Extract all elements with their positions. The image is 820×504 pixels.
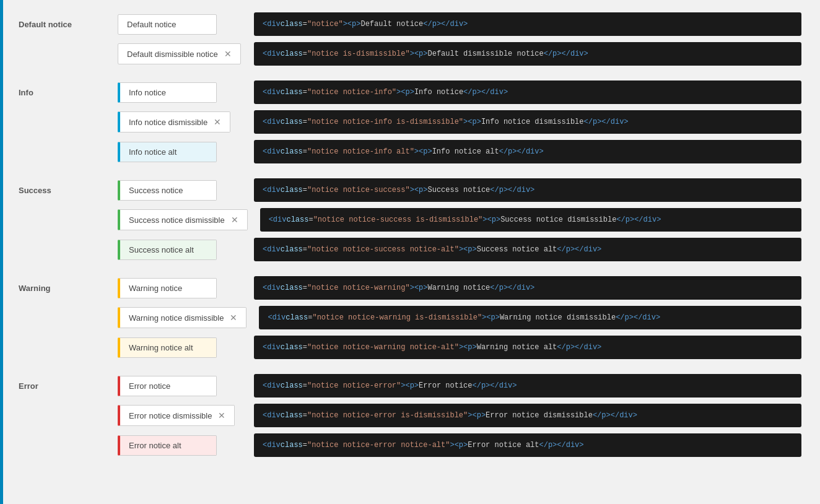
code-block-default: <div class="notice"><p>Default notice</p… [254, 12, 801, 36]
notice-text-success-dismissible: Success notice dismissible [129, 215, 225, 225]
code-block-error-dismissible: <div class="notice notice-error is-dismi… [254, 404, 801, 427]
section-label-success: Success [19, 186, 118, 195]
notice-box-warning: Warning notice [118, 278, 217, 298]
notice-text-error-dismissible: Error notice dismissible [129, 411, 212, 420]
notice-preview-success: Success notice [118, 180, 242, 201]
notice-text-default: Default notice [127, 20, 177, 29]
notice-box-warning-dismissible: Warning notice dismissible ✕ [118, 307, 246, 328]
notice-box-error-alt: Error notice alt [118, 435, 217, 456]
left-accent-bar [0, 0, 3, 476]
notice-row-success-dismissible: Success notice dismissible ✕ <div class=… [19, 208, 801, 232]
code-block-default-dismissible: <div class="notice is-dismissible"><p>De… [254, 42, 801, 66]
section-label-info: Info [19, 88, 118, 97]
notice-preview-default-dismissible: Default dismissible notice ✕ [118, 43, 242, 64]
notice-preview-info-dismissible: Info notice dismissible ✕ [118, 111, 242, 133]
notice-preview-success-alt: Success notice alt [118, 240, 242, 260]
dismiss-button-warning-dismissible[interactable]: ✕ [230, 313, 237, 323]
dismiss-button-success-dismissible[interactable]: ✕ [231, 215, 238, 225]
notice-text-info-alt: Info notice alt [129, 147, 177, 157]
code-block-info-dismissible: <div class="notice notice-info is-dismis… [254, 110, 801, 134]
notice-text-error-alt: Error notice alt [129, 441, 181, 450]
dismiss-button-error-dismissible[interactable]: ✕ [218, 411, 225, 420]
code-block-success-alt: <div class="notice notice-success notice… [254, 238, 801, 261]
notice-box-success: Success notice [118, 180, 217, 201]
section-spacer-1 [19, 170, 801, 178]
notice-text-error: Error notice [129, 381, 170, 391]
notice-box-info-dismissible: Info notice dismissible ✕ [118, 111, 230, 133]
notice-preview-error-alt: Error notice alt [118, 435, 242, 456]
notice-text-warning-dismissible: Warning notice dismissible [129, 313, 224, 323]
section-spacer-2 [19, 267, 801, 276]
notice-row-warning: Warning Warning notice <div class="notic… [19, 276, 801, 300]
section-spacer-3 [19, 365, 801, 374]
notice-preview-info: Info notice [118, 82, 242, 103]
code-block-info-alt: <div class="notice notice-info alt"><p>I… [254, 140, 801, 163]
code-block-warning-alt: <div class="notice notice-warning notice… [254, 336, 801, 359]
notice-box-success-dismissible: Success notice dismissible ✕ [118, 209, 248, 230]
notices-content: Default notice Default notice <div class… [19, 12, 801, 457]
notice-box-default: Default notice [118, 14, 217, 35]
notice-box-default-dismissible: Default dismissible notice ✕ [118, 43, 241, 64]
notice-row-success-alt: Success notice alt <div class="notice no… [19, 238, 801, 261]
section-label-default-notice: Default notice [19, 20, 118, 29]
notice-preview-success-dismissible: Success notice dismissible ✕ [118, 209, 248, 230]
notice-preview-error: Error notice [118, 376, 242, 396]
section-label-warning: Warning [19, 284, 118, 293]
notice-text-warning: Warning notice [129, 284, 182, 293]
notice-preview-info-alt: Info notice alt [118, 142, 242, 162]
page-container: Default notice Default notice <div class… [0, 0, 820, 476]
notice-box-success-alt: Success notice alt [118, 240, 217, 260]
notice-preview-warning-alt: Warning notice alt [118, 337, 242, 358]
notice-row-default: Default notice Default notice <div class… [19, 12, 801, 36]
notice-box-error-dismissible: Error notice dismissible ✕ [118, 405, 235, 426]
notice-text-info-dismissible: Info notice dismissible [129, 118, 207, 127]
notice-row-error-dismissible: Error notice dismissible ✕ <div class="n… [19, 404, 801, 427]
notice-preview-warning-dismissible: Warning notice dismissible ✕ [118, 307, 246, 328]
notice-preview-warning: Warning notice [118, 278, 242, 298]
section-label-error: Error [19, 381, 118, 391]
notice-text-default-dismissible: Default dismissible notice [127, 50, 218, 59]
code-block-error: <div class="notice notice-error"><p>Erro… [254, 374, 801, 398]
notice-box-info-alt: Info notice alt [118, 142, 217, 162]
notice-row-info: Info Info notice <div class="notice noti… [19, 80, 801, 104]
notice-preview-default: Default notice [118, 14, 242, 35]
notice-box-info: Info notice [118, 82, 217, 103]
code-block-info: <div class="notice notice-info"><p>Info … [254, 80, 801, 104]
code-block-error-alt: <div class="notice notice-error notice-a… [254, 433, 801, 457]
notice-row-error: Error Error notice <div class="notice no… [19, 374, 801, 398]
notice-text-success: Success notice [129, 186, 183, 195]
notice-preview-error-dismissible: Error notice dismissible ✕ [118, 405, 242, 426]
notice-text-info: Info notice [129, 88, 166, 97]
notice-row-default-dismissible: Default dismissible notice ✕ <div class=… [19, 42, 801, 66]
notice-row-warning-dismissible: Warning notice dismissible ✕ <div class=… [19, 306, 801, 329]
code-block-success: <div class="notice notice-success"><p>Su… [254, 178, 801, 202]
code-block-success-dismissible: <div class="notice notice-success is-dis… [260, 208, 801, 232]
notice-box-error: Error notice [118, 376, 217, 396]
notice-row-error-alt: Error notice alt <div class="notice noti… [19, 433, 801, 457]
notice-row-info-alt: Info notice alt <div class="notice notic… [19, 140, 801, 163]
code-block-warning: <div class="notice notice-warning"><p>Wa… [254, 276, 801, 300]
notice-row-warning-alt: Warning notice alt <div class="notice no… [19, 336, 801, 359]
code-block-warning-dismissible: <div class="notice notice-warning is-dis… [259, 306, 801, 329]
notice-row-success: Success Success notice <div class="notic… [19, 178, 801, 202]
notice-box-warning-alt: Warning notice alt [118, 337, 217, 358]
notice-row-info-dismissible: Info notice dismissible ✕ <div class="no… [19, 110, 801, 134]
section-spacer-0 [19, 72, 801, 80]
notice-text-success-alt: Success notice alt [129, 245, 194, 254]
dismiss-button-default-dismissible[interactable]: ✕ [224, 49, 232, 59]
notice-text-warning-alt: Warning notice alt [129, 343, 193, 352]
dismiss-button-info-dismissible[interactable]: ✕ [214, 117, 221, 127]
